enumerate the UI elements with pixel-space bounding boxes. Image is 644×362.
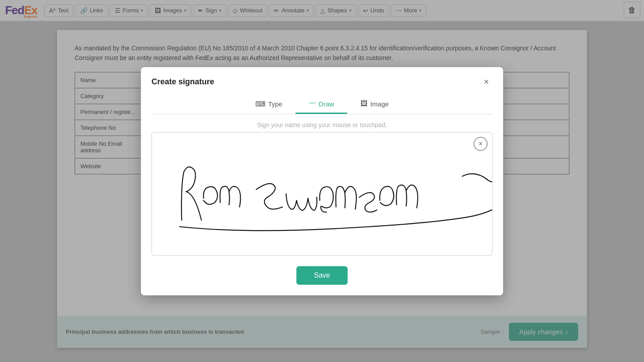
type-tab-icon: ⌨: [255, 100, 265, 108]
modal-title: Create signature: [152, 77, 214, 87]
modal-header: Create signature ×: [141, 67, 503, 88]
signature-canvas-area[interactable]: ×: [152, 132, 492, 256]
create-signature-modal: Create signature × ⌨ Type 〰 Draw 🖼 Image…: [141, 67, 503, 295]
modal-overlay: Create signature × ⌨ Type 〰 Draw 🖼 Image…: [0, 0, 644, 362]
image-tab-icon: 🖼: [360, 100, 367, 108]
draw-tab-icon: 〰: [309, 100, 316, 108]
save-button[interactable]: Save: [296, 266, 348, 285]
modal-footer: Save: [141, 263, 503, 295]
clear-icon: ×: [478, 140, 482, 148]
signature-drawing: [152, 132, 492, 255]
tab-type[interactable]: ⌨ Type: [242, 95, 296, 114]
signature-hint: Sign your name using your mouse or touch…: [141, 114, 503, 132]
modal-close-button[interactable]: ×: [480, 76, 492, 88]
tab-image[interactable]: 🖼 Image: [347, 95, 402, 114]
image-tab-label: Image: [370, 100, 389, 108]
type-tab-label: Type: [268, 100, 283, 108]
close-icon: ×: [484, 77, 489, 87]
modal-tabs: ⌨ Type 〰 Draw 🖼 Image: [141, 88, 503, 114]
draw-tab-label: Draw: [318, 100, 334, 108]
clear-canvas-button[interactable]: ×: [474, 137, 488, 151]
tab-draw[interactable]: 〰 Draw: [295, 95, 347, 114]
